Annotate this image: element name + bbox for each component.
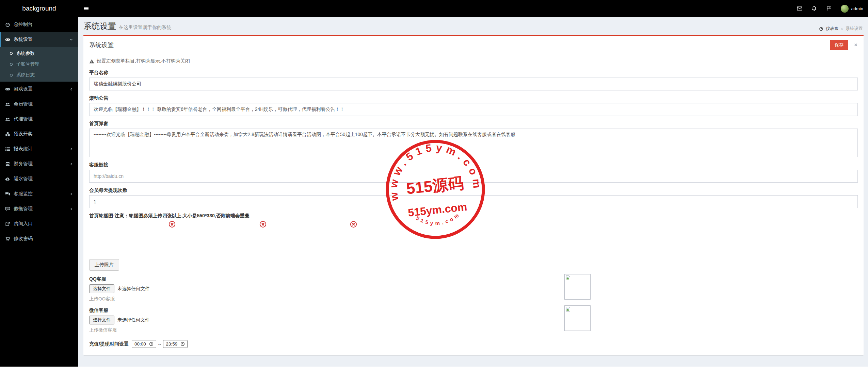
main-content: 系统设置 在这里设置属于你的系统 仪表盘 > 系统设置 系统设置 保存 设置左侧… (78, 17, 868, 367)
top-navbar: background admin (0, 0, 868, 17)
navbar-right: admin (797, 0, 863, 17)
time-end-input[interactable]: 23:59 (163, 340, 188, 348)
cubes-icon (5, 132, 10, 137)
sidebar-item-game-settings[interactable]: 游戏设置 (0, 82, 78, 97)
platform-name-group: 平台名称 (89, 70, 858, 90)
carousel-images-area (89, 219, 858, 259)
withdraw-times-group: 会员每天提现次数 (89, 187, 858, 208)
clock-icon (180, 342, 185, 346)
service-link-group: 客服链接 (89, 162, 858, 183)
delete-carousel-image-icon[interactable] (259, 221, 267, 228)
avatar (841, 5, 849, 13)
save-button[interactable]: 保存 (830, 40, 848, 50)
hamburger-icon[interactable] (83, 6, 89, 11)
messages-icon[interactable] (797, 6, 802, 11)
platform-name-input[interactable] (89, 78, 858, 90)
time-setting-label: 充值/提现时间设置 (89, 341, 129, 347)
panel-body: 设置左侧菜单栏目,打钩为显示,不打钩为关闭 平台名称 滚动公告 首页弹窗 ---… (83, 53, 864, 355)
sidebar-item-dashboard[interactable]: 总控制台 (0, 17, 78, 32)
sidebar-item-rebate[interactable]: 返水管理 (0, 171, 78, 186)
sidebar-subitem-label: 系统日志 (16, 72, 35, 78)
user-menu[interactable]: admin (841, 5, 863, 13)
sidebar-subitem-system-log[interactable]: 系统日志 (0, 70, 78, 81)
broken-image-icon (565, 306, 571, 312)
breadcrumb-separator: > (841, 27, 843, 31)
sidebar-subitem-label: 系统参数 (16, 50, 35, 56)
withdraw-times-input[interactable] (89, 195, 858, 208)
sidebar-item-label: 客服监控 (14, 191, 33, 197)
sidebar: 总控制台 系统设置 系统参数 子账号管理 系统日志 游戏设置 (0, 17, 78, 367)
home-popup-label: 首页弹窗 (89, 121, 858, 127)
circle-icon (9, 51, 13, 55)
sidebar-item-label: 系统设置 (14, 36, 33, 43)
menu-warning-note: 设置左侧菜单栏目,打钩为显示,不打钩为关闭 (89, 58, 858, 64)
qq-image-preview (564, 274, 591, 300)
chevron-left-icon (69, 207, 73, 211)
sidebar-item-label: 代理管理 (14, 116, 33, 122)
sidebar-item-agents[interactable]: 代理管理 (0, 112, 78, 127)
sidebar-item-room-entrance[interactable]: 房间入口 (0, 216, 78, 231)
content-header: 系统设置 在这里设置属于你的系统 仪表盘 > 系统设置 (78, 17, 868, 35)
platform-name-label: 平台名称 (89, 70, 858, 76)
breadcrumb-dashboard[interactable]: 仪表盘 (826, 26, 839, 32)
qq-file-status: 未选择任何文件 (117, 286, 150, 292)
sidebar-item-label: 返水管理 (14, 176, 33, 182)
external-link-icon (5, 221, 10, 226)
scroll-notice-label: 滚动公告 (89, 95, 858, 101)
service-link-input[interactable] (89, 170, 858, 183)
collapse-icon[interactable] (854, 43, 858, 47)
app-wrapper: background admin 总控制台 系统设置 系统参数 (0, 0, 868, 367)
time-start-value: 00:00 (134, 341, 146, 347)
sidebar-item-fake-drag[interactable]: 假拖管理 (0, 201, 78, 216)
page-subtitle: 在这里设置属于你的系统 (119, 24, 171, 31)
qq-upload-help: 上传QQ客服 (89, 296, 858, 302)
upload-photo-button[interactable]: 上传照片 (89, 259, 119, 271)
delete-carousel-image-icon[interactable] (350, 221, 357, 228)
time-separator: -- (158, 341, 161, 347)
scroll-notice-input[interactable] (89, 103, 858, 116)
wechat-image-preview (564, 305, 591, 331)
home-popup-textarea[interactable]: --------欢迎光临【瑞穗金融】--------尊贵用户本平台全新活动来袭，… (89, 129, 858, 157)
clock-icon (149, 342, 154, 346)
wechat-choose-file-button[interactable]: 选择文件 (89, 316, 114, 324)
cart-icon (5, 236, 10, 241)
sidebar-item-change-password[interactable]: 修改密码 (0, 231, 78, 246)
sidebar-item-label: 修改密码 (14, 236, 33, 242)
sidebar-item-preset-lottery[interactable]: 预设开奖 (0, 127, 78, 141)
username: admin (851, 6, 863, 11)
database-icon (5, 162, 10, 167)
time-start-input[interactable]: 00:00 (132, 340, 156, 348)
delete-carousel-image-icon[interactable] (168, 221, 176, 228)
home-popup-group: 首页弹窗 --------欢迎光临【瑞穗金融】--------尊贵用户本平台全新… (89, 121, 858, 157)
breadcrumb: 仪表盘 > 系统设置 (819, 26, 863, 32)
wechat-file-status: 未选择任何文件 (117, 317, 150, 323)
wechat-file-row: 选择文件 未选择任何文件 (89, 316, 858, 324)
sidebar-item-members[interactable]: 会员管理 (0, 97, 78, 112)
qq-file-row: 选择文件 未选择任何文件 (89, 284, 858, 293)
sidebar-subitem-label: 子账号管理 (16, 61, 39, 67)
flag-icon[interactable] (826, 6, 832, 11)
sidebar-item-label: 总控制台 (14, 21, 33, 28)
sidebar-subitem-system-params[interactable]: 系统参数 (0, 48, 78, 59)
panel-header: 系统设置 保存 (83, 36, 864, 53)
wechat-upload-help: 上传微信客服 (89, 327, 858, 333)
sidebar-item-finance[interactable]: 财务管理 (0, 156, 78, 171)
notifications-icon[interactable] (811, 6, 817, 11)
gamepad-icon (5, 87, 10, 92)
scroll-notice-group: 滚动公告 (89, 95, 858, 116)
brand-logo[interactable]: background (0, 0, 78, 17)
sidebar-item-label: 游戏设置 (14, 86, 33, 92)
list-icon (5, 147, 10, 152)
users-icon (5, 117, 10, 122)
qq-choose-file-button[interactable]: 选择文件 (89, 284, 114, 293)
sidebar-item-system-settings[interactable]: 系统设置 (0, 32, 78, 47)
sidebar-item-reports[interactable]: 报表统计 (0, 141, 78, 156)
sidebar-item-label: 会员管理 (14, 101, 33, 107)
comments-icon (5, 191, 10, 197)
time-end-value: 23:59 (166, 341, 177, 347)
comment-icon (5, 206, 10, 212)
sidebar-subitem-subaccount[interactable]: 子账号管理 (0, 59, 78, 70)
dashboard-icon (819, 27, 823, 31)
circle-icon (9, 73, 13, 77)
sidebar-item-service-monitor[interactable]: 客服监控 (0, 186, 78, 201)
